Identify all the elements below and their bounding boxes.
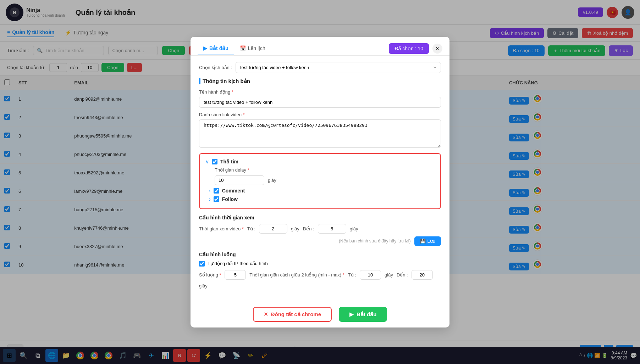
luong-from-unit: giây	[385, 272, 393, 278]
modal-dialog: ▶ Bắt đầu 📅 Lên lịch Đã chọn : 10 × Chọn…	[191, 37, 449, 327]
link-video-textarea[interactable]: https://www.tiktok.com/@c0rtesofc/video/…	[199, 119, 441, 148]
comment-toggle[interactable]: ›	[209, 188, 211, 194]
delay-label: Thời gian delay *	[215, 167, 249, 173]
so-luong-input[interactable]	[225, 270, 246, 280]
calendar-tab-icon: 📅	[240, 45, 246, 51]
tha-tim-header: ∨ Thả tim	[205, 159, 435, 164]
view-config-footer: (Nếu bạn chỉnh sửa ở đây hãy lưu lại) 💾 …	[199, 236, 441, 246]
delay-row: Thời gian delay *	[215, 167, 435, 173]
comment-label: Comment	[222, 188, 245, 194]
scenario-dropdown[interactable]: test tương tác video + follow kênh	[236, 62, 441, 73]
close-chrome-icon: ✕	[264, 311, 268, 318]
luong-to-input[interactable]	[412, 270, 433, 280]
so-luong-label: Số lượng *	[199, 272, 221, 278]
action-box: ∨ Thả tim Thời gian delay * giây	[199, 153, 441, 209]
section-title-thong-tin: Thông tin kịch bản	[199, 78, 441, 84]
save-button[interactable]: 💾 Lưu	[414, 236, 441, 246]
delay-unit: giây	[268, 178, 276, 183]
link-video-label: Danh sách link video	[199, 112, 242, 117]
luong-row: Số lượng * Thời gian giãn cách giữa 2 lu…	[199, 270, 441, 289]
view-config-title: Cấu hình thời gian xem	[199, 215, 441, 220]
modal-body: Chọn kịch bản : test tương tác video + f…	[191, 56, 449, 301]
comment-checkbox[interactable]	[214, 188, 219, 194]
luong-from-input[interactable]	[360, 270, 381, 280]
delay-input[interactable]	[215, 175, 264, 185]
thoi-gian-gian-cach-label: Thời gian giãn cách giữa 2 luồng (min - …	[249, 272, 344, 278]
follow-row: › Follow	[209, 196, 435, 202]
follow-label: Follow	[222, 196, 238, 202]
start-button[interactable]: ▶ Bắt đầu	[339, 307, 387, 322]
tab-len-lich[interactable]: 📅 Lên lịch	[234, 42, 271, 55]
tha-tim-toggle[interactable]: ∨	[205, 159, 209, 164]
tha-tim-checkbox[interactable]	[212, 159, 217, 164]
close-chrome-button[interactable]: ✕ Đóng tất cả chrome	[253, 307, 332, 322]
modal-footer: ✕ Đóng tất cả chrome ▶ Bắt đầu	[191, 301, 449, 327]
scenario-label: Chọn kịch bản :	[199, 65, 232, 70]
view-from-input[interactable]	[259, 224, 287, 234]
modal-overlay: ▶ Bắt đầu 📅 Lên lịch Đã chọn : 10 × Chọn…	[0, 0, 640, 364]
view-config-row: Thời gian xem video * Từ : giây Đến : gi…	[199, 224, 441, 234]
comment-row: › Comment	[209, 188, 435, 194]
auto-ip-checkbox[interactable]	[199, 261, 205, 267]
luong-to-label: Đến :	[397, 272, 408, 278]
ten-hanh-dong-label: Tên hành động	[199, 89, 230, 95]
from-label: Từ :	[247, 226, 255, 231]
tha-tim-section: ∨ Thả tim Thời gian delay * giây	[205, 159, 435, 185]
luong-title: Cấu hình luồng	[199, 252, 441, 257]
view-config-section: Cấu hình thời gian xem Thời gian xem vid…	[199, 215, 441, 246]
delay-input-row: giây	[215, 175, 435, 185]
view-to-input[interactable]	[318, 224, 346, 234]
save-hint: (Nếu bạn chỉnh sửa ở đây hãy lưu lại)	[339, 239, 410, 243]
link-video-row: Danh sách link video * https://www.tikto…	[199, 112, 441, 149]
start-tab-icon: ▶	[203, 45, 207, 51]
tha-tim-label: Thả tim	[220, 159, 238, 164]
luong-section: Cấu hình luồng Tự động đổi IP theo cấu h…	[199, 252, 441, 289]
luong-to-unit: giây	[199, 283, 208, 289]
to-label-view: Đến :	[303, 226, 314, 231]
modal-header: ▶ Bắt đầu 📅 Lên lịch Đã chọn : 10 ×	[191, 37, 449, 56]
luong-from-label: Từ :	[348, 272, 356, 278]
ten-hanh-dong-row: Tên hành động *	[199, 89, 441, 108]
to-unit: giây	[350, 226, 358, 231]
tab-bat-dau[interactable]: ▶ Bắt đầu	[198, 42, 234, 55]
play-icon: ▶	[349, 311, 354, 318]
from-unit: giây	[291, 226, 299, 231]
modal-selected-badge[interactable]: Đã chọn : 10	[389, 43, 429, 54]
save-icon: 💾	[420, 239, 426, 244]
ten-hanh-dong-input[interactable]	[199, 97, 441, 108]
follow-toggle[interactable]: ›	[209, 196, 211, 202]
modal-close-button[interactable]: ×	[432, 44, 442, 54]
scenario-select-row: Chọn kịch bản : test tương tác video + f…	[199, 62, 441, 73]
luong-checkbox-row: Tự động đổi IP theo cấu hình	[199, 261, 441, 267]
auto-ip-label: Tự động đổi IP theo cấu hình	[208, 261, 268, 266]
view-time-label: Thời gian xem video *	[199, 226, 244, 231]
follow-checkbox[interactable]	[214, 196, 219, 202]
